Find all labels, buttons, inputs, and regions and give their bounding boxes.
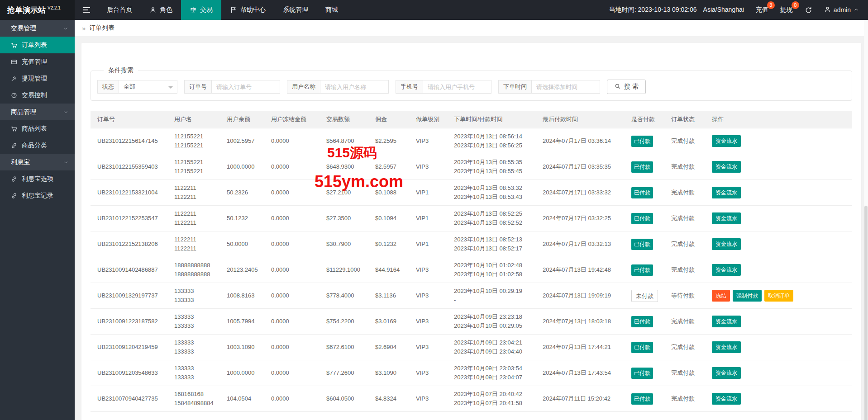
nav-item[interactable]: 角色: [141, 0, 181, 20]
action-button[interactable]: 资金流水: [712, 341, 741, 353]
table-row: UB23101221522535471122211112221150.12320…: [91, 206, 852, 231]
balance-cell: 50.0000: [220, 231, 264, 257]
sidebar-item[interactable]: 商品列表: [0, 120, 75, 137]
action-button[interactable]: 资金流水: [712, 135, 741, 147]
action-button[interactable]: 强制付款: [733, 290, 762, 302]
order-time-cell: 2023年10月09日 23:23:182023年10月10日 00:29:05: [447, 309, 536, 335]
content: 条件搜索 状态 全部 订单号 用户名称: [75, 36, 868, 420]
search-button[interactable]: 搜 索: [607, 80, 646, 94]
nav-item[interactable]: 系统管理: [274, 0, 317, 20]
sidebar-item-label: 提现管理: [22, 75, 47, 83]
actions-cell: 资金流水: [705, 335, 852, 360]
action-button[interactable]: 取消订单: [764, 290, 793, 302]
order-time-cell: 2023年10月13日 08:52:252023年10月13日 08:52:52: [447, 206, 536, 231]
sidebar-group-header[interactable]: 商品管理: [0, 104, 75, 120]
balance-cell: 1002.5957: [220, 128, 264, 154]
sidebar-group-label: 交易管理: [11, 24, 36, 33]
nav-item[interactable]: 商城: [317, 0, 347, 20]
level-cell: VIP1: [409, 206, 447, 231]
order-no-cell: UB2310091204219459: [91, 335, 167, 360]
order-time-cell: 2023年10月07日 20:40:422023年10月07日 20:41:58: [447, 386, 536, 412]
link-icon: [11, 176, 17, 182]
level-cell: VIP3: [409, 386, 447, 412]
nav-item[interactable]: 帮助中心: [221, 0, 274, 20]
level-cell: VIP3: [409, 257, 447, 283]
user-name-cell: 112155221112155221: [167, 154, 220, 180]
frozen-cell: 0.0000: [264, 154, 320, 180]
order-status-cell: 完成付款: [664, 180, 705, 206]
scrollbar[interactable]: [864, 20, 868, 420]
nav-item-label: 后台首页: [107, 6, 132, 14]
action-button[interactable]: 资金流水: [712, 212, 741, 224]
column-header: 做单级别: [409, 111, 447, 128]
last-pay-time-cell: 2024年07月17日 03:33:32: [536, 180, 625, 206]
sidebar-group-header[interactable]: 交易管理: [0, 20, 75, 37]
column-header: 订单状态: [664, 111, 705, 128]
withdraw-button[interactable]: 提现 0: [780, 6, 793, 14]
level-cell: VIP3: [409, 335, 447, 360]
sidebar-group-label: 商品管理: [11, 108, 36, 116]
table-row: UB23101221561471451121552211121552211002…: [91, 128, 852, 154]
actions-cell: 冻结强制付款取消订单: [705, 283, 852, 309]
order-status-cell: 完成付款: [664, 231, 705, 257]
sidebar-item[interactable]: 交易控制: [0, 87, 75, 104]
sidebar-item[interactable]: 充值管理: [0, 53, 75, 70]
action-button[interactable]: 资金流水: [712, 393, 741, 405]
level-cell: VIP3: [409, 283, 447, 309]
sidebar-item[interactable]: 利息宝记录: [0, 187, 75, 204]
commission-cell: $3.0169: [368, 309, 409, 335]
pay-status-badge: 已付款: [631, 264, 653, 276]
column-header: 订单号: [91, 111, 167, 128]
action-button[interactable]: 资金流水: [712, 264, 741, 276]
level-cell: VIP3: [409, 360, 447, 386]
order-time-input[interactable]: [531, 80, 600, 94]
order-no-input[interactable]: [211, 80, 280, 94]
pay-status-cell: 已付款: [625, 257, 664, 283]
user-name-input[interactable]: [320, 80, 389, 94]
balance-cell: 20123.2405: [220, 257, 264, 283]
action-button[interactable]: 冻结: [712, 290, 730, 302]
commission-cell: $44.9164: [368, 257, 409, 283]
actions-cell: 资金流水: [705, 360, 852, 386]
timezone: Asia/Shanghai: [703, 6, 744, 14]
username: admin: [834, 6, 851, 14]
pay-status-cell: 已付款: [625, 386, 664, 412]
status-filter: 状态 全部: [97, 80, 177, 94]
pay-status-cell: 已付款: [625, 231, 664, 257]
action-button[interactable]: 资金流水: [712, 187, 741, 198]
order-no-cell: UB2310091329197737: [91, 283, 167, 309]
sidebar-item[interactable]: 订单列表: [0, 37, 75, 53]
user-menu[interactable]: admin: [824, 6, 859, 14]
menu-toggle-icon[interactable]: [75, 0, 98, 20]
scrollbar-thumb[interactable]: [864, 206, 868, 420]
balance-cell: 1008.8163: [220, 283, 264, 309]
sidebar-group-header[interactable]: 利息宝: [0, 154, 75, 170]
nav-item[interactable]: 后台首页: [98, 0, 141, 20]
phone-input[interactable]: [423, 80, 491, 94]
order-no-cell: UB2310122152253547: [91, 206, 167, 231]
balance-cell: 1000.0000: [220, 154, 264, 180]
user-name-cell: 168168168158484898884: [167, 386, 220, 412]
order-no-label: 订单号: [184, 80, 211, 94]
action-button[interactable]: 资金流水: [712, 367, 741, 379]
user-name-cell: 133333133333: [167, 309, 220, 335]
action-button[interactable]: 资金流水: [712, 161, 741, 173]
table-row: UB23101221521382061122211112221150.00000…: [91, 231, 852, 257]
pay-status-badge: 已付款: [631, 316, 653, 327]
recharge-button[interactable]: 充值 3: [756, 6, 768, 14]
status-select[interactable]: 全部: [119, 80, 177, 94]
filter-legend: 条件搜索: [104, 66, 138, 75]
sidebar-item[interactable]: 商品分类: [0, 137, 75, 154]
actions-cell: 资金流水: [705, 231, 852, 257]
action-button[interactable]: 资金流水: [712, 238, 741, 250]
phone-filter: 手机号: [396, 80, 491, 94]
pay-status-cell: 已付款: [625, 154, 664, 180]
refresh-icon[interactable]: [805, 6, 812, 14]
cart-icon: [11, 126, 17, 132]
sidebar-item[interactable]: 提现管理: [0, 70, 75, 87]
actions-cell: 资金流水: [705, 386, 852, 412]
nav-item[interactable]: 交易: [181, 0, 221, 20]
chevron-down-icon: [63, 109, 68, 115]
sidebar-item[interactable]: 利息宝选项: [0, 170, 75, 187]
action-button[interactable]: 资金流水: [712, 316, 741, 327]
